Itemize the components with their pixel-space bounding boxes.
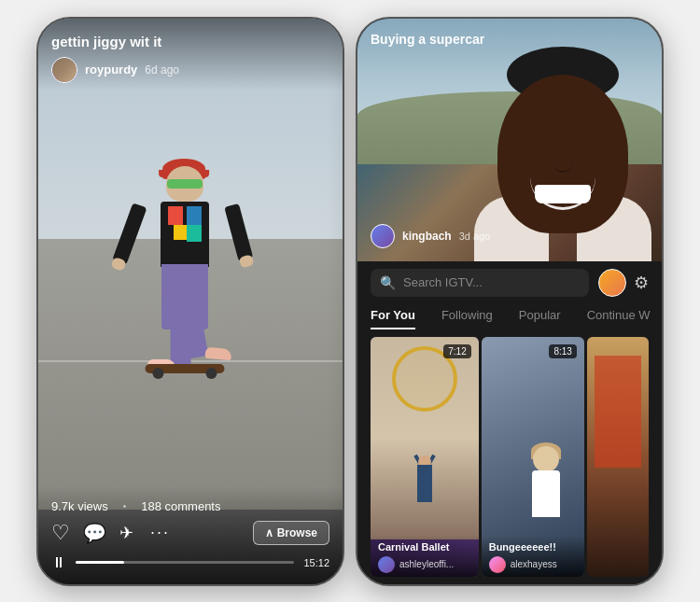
tab-following[interactable]: Following: [428, 301, 506, 329]
igtv-user-row: kingbach 3d ago: [371, 224, 490, 248]
shoe-right: [205, 347, 232, 360]
browse-button[interactable]: ∧ Browse: [253, 521, 329, 545]
igtv-tabs: For You Following Popular Continue W: [357, 297, 662, 329]
views-count: 9.7k views: [51, 499, 108, 513]
right-phone: Buying a supercar kingbach 3d ago 🔍 Sear…: [356, 17, 664, 586]
igtv-main-video: Buying a supercar kingbach 3d ago: [357, 19, 662, 261]
time-ago: 6d ago: [145, 63, 179, 77]
tab-popular[interactable]: Popular: [506, 301, 574, 329]
jacket-patch: [187, 206, 202, 225]
thumb2-body: [532, 470, 560, 517]
separator: •: [123, 501, 127, 511]
pause-icon[interactable]: ⏸: [51, 554, 66, 571]
left-phone: gettin jiggy wit it roypurdy 6d ago 9.7k…: [36, 17, 344, 586]
search-row: 🔍 Search IGTV... ⚙: [357, 261, 662, 297]
grid-item-3[interactable]: [587, 337, 649, 577]
jacket-patch: [187, 225, 202, 242]
grid-thumb-3: [587, 337, 649, 577]
avatar: [51, 57, 77, 83]
profile-avatar[interactable]: [598, 269, 626, 297]
video-title: gettin jiggy wit it: [51, 34, 329, 49]
head: [166, 166, 203, 202]
share-icon[interactable]: ✈: [119, 523, 133, 543]
search-bar[interactable]: 🔍 Search IGTV...: [371, 269, 589, 297]
thumb3-structure: [595, 356, 641, 468]
progress-fill: [76, 561, 124, 564]
dancer-body: [417, 465, 432, 502]
grid-user-2: alexhayess: [489, 556, 577, 573]
grid-thumb-2: 8:13 Bungeeeeee!! alexhayess: [482, 337, 584, 577]
dancer-figure: [401, 455, 448, 530]
duration-badge-1: 7:12: [443, 344, 470, 358]
comments-count: 188 comments: [141, 499, 220, 513]
face-big: [474, 47, 651, 261]
browse-label: Browse: [277, 526, 317, 539]
stats-row: 9.7k views • 188 comments: [51, 462, 329, 513]
duration-badge-2: 8:13: [549, 344, 576, 358]
grid-username-2: alexhayess: [511, 559, 557, 569]
video-bottom-overlay: 9.7k views • 188 comments ♡ 💬 ✈ ··· ∧ Br…: [38, 462, 343, 584]
progress-row: ⏸ 15:12: [51, 554, 329, 571]
actions-row: ♡ 💬 ✈ ··· ∧ Browse: [51, 521, 329, 545]
tab-continue[interactable]: Continue W: [574, 301, 662, 329]
igtv-video-title: Buying a supercar: [371, 32, 484, 47]
progress-bar[interactable]: [76, 561, 294, 564]
jacket-patch: [168, 206, 183, 225]
grid-thumb-1: 7:12 Carnival Ballet ashleyleoffi...: [371, 337, 479, 577]
search-placeholder: Search IGTV...: [403, 275, 580, 289]
grid-avatar-1: [378, 556, 395, 573]
igtv-avatar: [371, 224, 395, 248]
torso: [161, 202, 209, 267]
skateboard: [146, 364, 225, 373]
grid-item-1[interactable]: 7:12 Carnival Ballet ashleyleoffi...: [371, 337, 479, 577]
avatar-image: [52, 58, 77, 82]
tab-for-you[interactable]: For You: [371, 301, 428, 329]
video-container: gettin jiggy wit it roypurdy 6d ago 9.7k…: [38, 19, 343, 584]
wheel: [153, 368, 164, 379]
face-teeth: [535, 185, 591, 203]
grid-title-2: Bungeeeeee!!: [489, 541, 577, 553]
thumb2-person: [513, 446, 579, 539]
grid-title-1: Carnival Ballet: [378, 541, 471, 553]
face-nose: [553, 154, 572, 173]
username: roypurdy: [85, 63, 137, 77]
settings-icon[interactable]: ⚙: [634, 273, 649, 293]
carousel-scene: [371, 337, 479, 539]
igtv-container: Buying a supercar kingbach 3d ago 🔍 Sear…: [357, 19, 662, 584]
wheel: [206, 368, 217, 379]
grid-username-1: ashleyleoffi...: [399, 559, 454, 569]
sunglasses: [167, 179, 203, 189]
grid-item-2[interactable]: 8:13 Bungeeeeee!! alexhayess: [482, 337, 584, 577]
like-icon[interactable]: ♡: [51, 521, 70, 545]
face-skin: [497, 75, 628, 233]
grid-label-2: Bungeeeeee!! alexhayess: [482, 536, 584, 577]
more-options[interactable]: ···: [150, 523, 170, 542]
grid-label-1: Carnival Ballet ashleyleoffi...: [371, 536, 479, 577]
duration: 15:12: [303, 557, 329, 568]
grid-avatar-2: [489, 556, 506, 573]
search-icon: 🔍: [380, 275, 396, 290]
user-row: roypurdy 6d ago: [51, 57, 329, 83]
video-scene: [38, 19, 343, 510]
igtv-username: kingbach: [402, 230, 452, 243]
video-top-overlay: gettin jiggy wit it roypurdy 6d ago: [38, 19, 343, 91]
chevron-up-icon: ∧: [265, 526, 273, 539]
comment-icon[interactable]: 💬: [83, 522, 106, 544]
grid-user-1: ashleyleoffi...: [378, 556, 471, 573]
igtv-grid: 7:12 Carnival Ballet ashleyleoffi...: [357, 329, 662, 584]
thumb2-head: [533, 446, 559, 472]
igtv-time-ago: 3d ago: [459, 231, 491, 242]
skater-figure: [129, 166, 241, 371]
jacket-patch: [174, 225, 187, 240]
